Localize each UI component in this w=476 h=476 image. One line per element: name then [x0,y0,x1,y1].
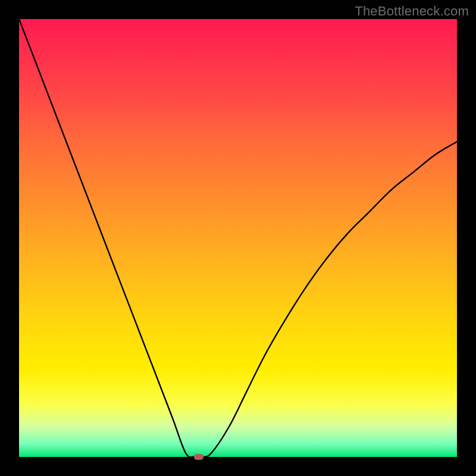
bottleneck-curve [19,19,457,457]
min-marker [194,454,203,460]
watermark-text: TheBottleneck.com [355,4,469,19]
chart-frame: TheBottleneck.com [0,0,476,476]
plot-area [19,19,457,457]
